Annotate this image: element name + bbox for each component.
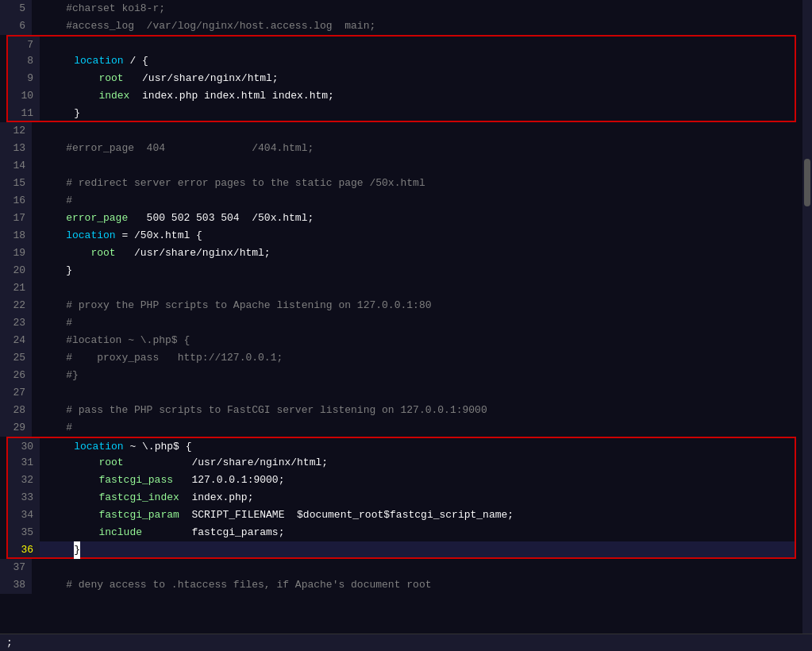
line-28: 28 # pass the PHP scripts to FastCGI ser… bbox=[0, 402, 802, 419]
lc-11: } bbox=[40, 105, 795, 121]
lc-38: # deny access to .htaccess files, if Apa… bbox=[32, 576, 802, 594]
ln-38: 38 bbox=[0, 576, 32, 594]
ln-14: 14 bbox=[0, 157, 32, 175]
ln-27: 27 bbox=[0, 384, 32, 402]
scrollbar-thumb[interactable] bbox=[804, 159, 810, 206]
lc-35: include fastcgi_params; bbox=[40, 524, 795, 541]
line-11: 11 } bbox=[6, 105, 796, 122]
ln-13: 13 bbox=[0, 140, 32, 157]
line-7: 7 bbox=[6, 35, 796, 52]
line-21: 21 bbox=[0, 279, 802, 297]
lc-27 bbox=[32, 384, 802, 402]
lc-13: #error_page 404 /404.html; bbox=[32, 140, 802, 157]
ln-19: 19 bbox=[0, 245, 32, 262]
lc-6: #access_log /var/log/nginx/host.access.l… bbox=[32, 17, 802, 35]
line-9: 9 root /usr/share/nginx/html; bbox=[6, 70, 796, 87]
ln-28: 28 bbox=[0, 402, 32, 419]
line-6: 6 #access_log /var/log/nginx/host.access… bbox=[0, 17, 802, 35]
ln-7: 7 bbox=[8, 37, 40, 52]
line-14: 14 bbox=[0, 157, 802, 175]
line-15: 15 # redirect server error pages to the … bbox=[0, 175, 802, 192]
line-24: 24 #location ~ \.php$ { bbox=[0, 332, 802, 349]
lc-32: fastcgi_pass 127.0.0.1:9000; bbox=[40, 472, 795, 489]
status-bar: ; bbox=[0, 634, 812, 651]
lc-15: # redirect server error pages to the sta… bbox=[32, 175, 802, 192]
ln-16: 16 bbox=[0, 192, 32, 210]
ln-24: 24 bbox=[0, 332, 32, 349]
lc-33: fastcgi_index index.php; bbox=[40, 489, 795, 507]
line-17: 17 error_page 500 502 503 504 /50x.html; bbox=[0, 210, 802, 227]
lc-10: index index.php index.html index.htm; bbox=[40, 87, 795, 105]
lc-16: # bbox=[32, 192, 802, 210]
line-30: 30 location ~ \.php$ { bbox=[6, 437, 796, 454]
ln-35: 35 bbox=[8, 524, 40, 541]
line-18: 18 location = /50x.html { bbox=[0, 227, 802, 245]
line-34: 34 fastcgi_param SCRIPT_FILENAME $docume… bbox=[6, 507, 796, 524]
line-8: 8 location / { bbox=[6, 52, 796, 70]
line-35: 35 include fastcgi_params; bbox=[6, 524, 796, 541]
line-31: 31 root /usr/share/nginx/html; bbox=[6, 454, 796, 472]
ln-12: 12 bbox=[0, 122, 32, 140]
lc-37 bbox=[32, 559, 802, 576]
ln-25: 25 bbox=[0, 349, 32, 367]
lc-9: root /usr/share/nginx/html; bbox=[40, 70, 795, 87]
code-editor[interactable]: 5 #charset koi8-r; 6 #access_log /var/lo… bbox=[0, 0, 802, 634]
ln-31: 31 bbox=[8, 454, 40, 472]
cursor-position: ; bbox=[6, 637, 13, 649]
lc-34: fastcgi_param SCRIPT_FILENAME $document_… bbox=[40, 507, 795, 524]
line-19: 19 root /usr/share/nginx/html; bbox=[0, 245, 802, 262]
ln-22: 22 bbox=[0, 297, 32, 314]
lc-14 bbox=[32, 157, 802, 175]
ln-37: 37 bbox=[0, 559, 32, 576]
ln-8: 8 bbox=[8, 52, 40, 70]
ln-34: 34 bbox=[8, 507, 40, 524]
line-26: 26 #} bbox=[0, 367, 802, 384]
line-5: 5 #charset koi8-r; bbox=[0, 0, 802, 17]
line-10: 10 index index.php index.html index.htm; bbox=[6, 87, 796, 105]
lc-36: } bbox=[40, 541, 795, 557]
lc-21 bbox=[32, 279, 802, 297]
ln-18: 18 bbox=[0, 227, 32, 245]
lc-31: root /usr/share/nginx/html; bbox=[40, 454, 795, 472]
ln-6: 6 bbox=[0, 17, 32, 35]
line-23: 23 # bbox=[0, 314, 802, 332]
ln-36: 36 bbox=[8, 541, 40, 557]
lc-5: #charset koi8-r; bbox=[32, 0, 802, 17]
line-32: 32 fastcgi_pass 127.0.0.1:9000; bbox=[6, 472, 796, 489]
vertical-scrollbar[interactable] bbox=[802, 0, 812, 634]
ln-11: 11 bbox=[8, 105, 40, 121]
ln-17: 17 bbox=[0, 210, 32, 227]
line-25: 25 # proxy_pass http://127.0.0.1; bbox=[0, 349, 802, 367]
lc-22: # proxy the PHP scripts to Apache listen… bbox=[32, 297, 802, 314]
ln-30: 30 bbox=[8, 438, 40, 454]
ln-9: 9 bbox=[8, 70, 40, 87]
ln-20: 20 bbox=[0, 262, 32, 279]
line-36: 36 } bbox=[6, 541, 796, 559]
lc-19: root /usr/share/nginx/html; bbox=[32, 245, 802, 262]
lc-24: #location ~ \.php$ { bbox=[32, 332, 802, 349]
ln-23: 23 bbox=[0, 314, 32, 332]
line-33: 33 fastcgi_index index.php; bbox=[6, 489, 796, 507]
line-13: 13 #error_page 404 /404.html; bbox=[0, 140, 802, 157]
line-37: 37 bbox=[0, 559, 802, 576]
ln-32: 32 bbox=[8, 472, 40, 489]
lc-30: location ~ \.php$ { bbox=[40, 438, 795, 454]
lc-20: } bbox=[32, 262, 802, 279]
lc-28: # pass the PHP scripts to FastCGI server… bbox=[32, 402, 802, 419]
line-22: 22 # proxy the PHP scripts to Apache lis… bbox=[0, 297, 802, 314]
lc-23: # bbox=[32, 314, 802, 332]
lc-17: error_page 500 502 503 504 /50x.html; bbox=[32, 210, 802, 227]
lc-25: # proxy_pass http://127.0.0.1; bbox=[32, 349, 802, 367]
lc-7 bbox=[40, 37, 795, 52]
ln-15: 15 bbox=[0, 175, 32, 192]
ln-21: 21 bbox=[0, 279, 32, 297]
ln-29: 29 bbox=[0, 419, 32, 437]
lc-8: location / { bbox=[40, 52, 795, 70]
lc-12 bbox=[32, 122, 802, 140]
ln-26: 26 bbox=[0, 367, 32, 384]
lc-26: #} bbox=[32, 367, 802, 384]
ln-10: 10 bbox=[8, 87, 40, 105]
lc-29: # bbox=[32, 419, 802, 437]
line-12: 12 bbox=[0, 122, 802, 140]
line-16: 16 # bbox=[0, 192, 802, 210]
